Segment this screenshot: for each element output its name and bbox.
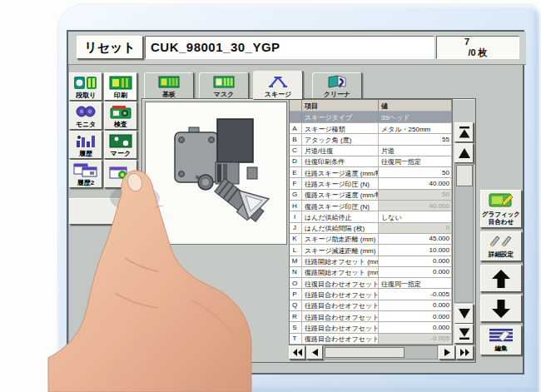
table-row[interactable]: Iはんだ供給停止しない	[290, 211, 452, 222]
row-item-label: スキージ減速距離 (mm)	[302, 245, 379, 255]
table-row[interactable]: T復路目合わせオフセット X-0.005	[290, 334, 452, 345]
tab-cleaner[interactable]: クリーナ	[312, 72, 362, 100]
table-row[interactable]: S往路目合わせオフセット R0.000	[290, 322, 452, 333]
sidebar-item-label: 履歴2	[77, 179, 94, 186]
setup-icon	[70, 73, 102, 92]
vertical-scroll-thumb[interactable]	[456, 165, 473, 186]
param-table: 項目 値 スキージタイプ 3Sヘッド Aスキージ種類メタル・250mmBアタック…	[289, 99, 453, 345]
table-row[interactable]: R往路目合わせオフセット Z0.000	[290, 311, 452, 322]
table-row[interactable]: E往路スキージ速度 (mm/秒)50	[290, 167, 452, 178]
sidebar-item-monitor[interactable]: モニタ	[69, 102, 102, 130]
row-key: D	[290, 156, 302, 166]
move-up-button[interactable]	[480, 265, 522, 292]
row-item-label: 往路目合わせオフセット R	[302, 322, 379, 332]
table-row[interactable]: Q往路目合わせオフセット Y0.000	[290, 300, 452, 311]
detail-settings-icon	[489, 235, 514, 251]
bar-chart-icon	[70, 131, 102, 150]
table-row[interactable]: C片道/往復片道	[290, 146, 452, 156]
row-key: H	[290, 201, 302, 211]
row-value: 0.000	[379, 311, 452, 321]
scroll-down-button[interactable]	[454, 304, 474, 324]
sidebar-item-history[interactable]: 履歴	[69, 131, 102, 159]
save-data-button[interactable]: 保存	[69, 198, 138, 225]
windows-icon	[70, 161, 102, 179]
table-row[interactable]: Jはんだ供給間隔 (枚)0	[290, 223, 452, 234]
hscroll-end-button[interactable]	[456, 345, 474, 360]
sidebar-item-mark[interactable]: マーク	[104, 131, 137, 159]
move-down-button[interactable]	[480, 295, 522, 322]
sidebar-item-history2[interactable]: 履歴2	[69, 160, 102, 188]
table-row[interactable]: F往路スキージ印圧 (N)40.000	[290, 178, 452, 189]
row-value: メタル・250mm	[379, 123, 452, 133]
graphic-align-label-2: 目合わせ	[489, 219, 514, 226]
row-value: 55	[379, 134, 452, 144]
scroll-up-button[interactable]	[454, 143, 474, 163]
row-value: 0.000	[379, 322, 452, 332]
header-item: 項目	[302, 100, 379, 111]
sidebar-item-label: 検査	[114, 121, 127, 128]
edit-button[interactable]: 編集	[480, 325, 522, 355]
tab-squeegee[interactable]: スキージ	[253, 71, 303, 100]
table-row[interactable]: Bアタック角 (度)55	[290, 134, 452, 145]
table-row[interactable]: P往路目合わせオフセット X-0.005	[290, 289, 452, 300]
scroll-down-icon	[458, 308, 471, 320]
sidebar-item-pressed[interactable]	[104, 160, 137, 188]
row-value: 50	[379, 167, 452, 177]
table-row[interactable]: N復路開始オフセット (mm)0.000	[290, 267, 452, 278]
sidebar-item-label: 履歴	[79, 150, 92, 157]
board-icon	[158, 76, 180, 91]
graphic-align-button[interactable]: グラフィック 目合わせ	[480, 190, 522, 228]
table-row[interactable]: Kスキージ助走距離 (mm)45.000	[290, 234, 452, 245]
hscroll-right-button[interactable]	[439, 345, 455, 360]
sidebar-item-label: モニタ	[76, 121, 97, 128]
row-key: C	[290, 146, 302, 156]
sidebar-item-inspect[interactable]: 検査	[104, 102, 137, 130]
row-value: 0.000	[379, 256, 452, 266]
row-key: S	[290, 322, 302, 332]
scroll-top-button[interactable]	[454, 122, 474, 142]
top-bar: リセット CUK_98001_30_YGP 7 /0 枚	[68, 32, 526, 65]
row-key: N	[290, 267, 302, 277]
row-item-label: 往路目合わせオフセット Z	[302, 311, 379, 321]
squeegee-icon	[267, 75, 289, 91]
table-row[interactable]: G復路スキージ速度 (mm/秒)50	[290, 190, 452, 201]
row-value: 3Sヘッド	[379, 112, 452, 122]
table-row[interactable]: H復路スキージ印圧 (N)40.000	[290, 201, 452, 211]
hscroll-home-button[interactable]	[289, 345, 305, 360]
tab-label: スキージ	[265, 91, 292, 99]
row-item-label: 復路スキージ印圧 (N)	[302, 201, 379, 211]
row-value: 往復同一指定	[379, 156, 452, 166]
table-row[interactable]: Lスキージ減速距離 (mm)10.000	[290, 245, 452, 256]
table-row[interactable]: Aスキージ種類メタル・250mm	[290, 123, 452, 134]
row-key: G	[290, 190, 302, 200]
sidebar-item-print[interactable]: 印刷	[104, 72, 137, 101]
row-item-label: 往路目合わせオフセット Y	[302, 300, 379, 310]
row-item-label: スキージタイプ	[302, 112, 379, 122]
row-value: しない	[379, 211, 452, 221]
graphic-align-label-1: グラフィック	[482, 211, 520, 219]
program-name-field: CUK_98001_30_YGP	[145, 36, 434, 59]
table-row[interactable]: D往復印刷条件往復同一指定	[290, 156, 452, 167]
type-row[interactable]: スキージタイプ 3Sヘッド	[290, 112, 452, 123]
horizontal-scroll-thumb[interactable]	[325, 347, 405, 358]
scroll-bottom-button[interactable]	[454, 324, 474, 344]
counter-total: /0 枚	[437, 47, 519, 57]
reset-button[interactable]: リセット	[77, 36, 143, 59]
row-item-label: アタック角 (度)	[302, 134, 379, 144]
row-item-label: 復路目合わせオフセット X	[302, 334, 379, 344]
table-row[interactable]: M往路開始オフセット (mm)0.000	[290, 256, 452, 267]
tab-board[interactable]: 基板	[144, 72, 194, 100]
detail-settings-button[interactable]: 詳細設定	[480, 231, 522, 261]
tab-mask[interactable]: マスク	[199, 72, 249, 100]
counter-current: 7	[437, 37, 519, 47]
row-value: 0.000	[379, 267, 452, 277]
hscroll-left-button[interactable]	[306, 345, 323, 360]
table-header: 項目 値	[290, 100, 452, 112]
head-preview-panel	[145, 102, 287, 245]
mark-icon	[105, 131, 136, 150]
sidebar-item-setup[interactable]: 段取り	[69, 72, 102, 101]
edit-label: 編集	[495, 345, 508, 353]
row-item-label: 復路スキージ速度 (mm/秒)	[302, 190, 379, 200]
table-row[interactable]: O往復目合わせオフセット往復同一指定	[290, 278, 452, 289]
touchscreen: リセット CUK_98001_30_YGP 7 /0 枚 段取り 印刷 モニタ …	[67, 30, 524, 375]
